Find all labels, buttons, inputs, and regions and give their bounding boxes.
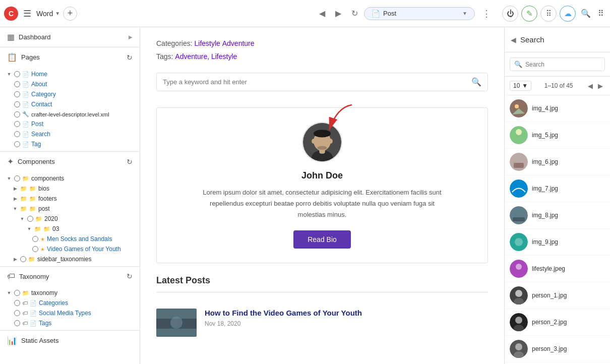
image-item-person1[interactable]: person_1.jpg [505, 282, 610, 309]
svg-point-22 [515, 238, 523, 246]
app-name-button[interactable]: Word ▼ [36, 10, 60, 18]
right-sidebar-title: Search [520, 35, 544, 44]
taxonomy-icon: 🏷 [7, 272, 15, 281]
tree-item-search[interactable]: 📄 Search [0, 129, 140, 139]
tags-prefix: Tags: [156, 52, 173, 60]
back-button[interactable]: ◀ [316, 7, 328, 20]
img8-name: img_8.jpg [532, 212, 558, 219]
tree-item-sidebar-taxonomies[interactable]: ▶ 📁 sidebar_taxonomies [0, 254, 140, 264]
search-label: Search [31, 131, 50, 138]
more-options-icon[interactable]: ⋮ [478, 6, 495, 21]
taxonomy-circle-icon [14, 290, 20, 296]
image-item-img7[interactable]: img_7.jpg [505, 175, 610, 202]
tree-item-components-folder[interactable]: ▼ 📁 components [0, 173, 140, 184]
category-label: Category [31, 91, 56, 98]
image-item-img6[interactable]: img_6.jpg [505, 149, 610, 175]
post-folder-expand-icon: ▼ [12, 206, 18, 212]
image-item-person3[interactable]: person_3.jpg [505, 336, 610, 362]
tree-item-categories[interactable]: 🏷 📄 Categories [0, 298, 140, 308]
url-bar[interactable]: 📄 Post ▼ [364, 7, 475, 20]
static-assets-section-header[interactable]: 📊 Static Assets [0, 331, 140, 350]
image-list: img_4.jpg img_5.jpg img_6.jpg [505, 95, 610, 364]
components-label: Components [18, 158, 55, 165]
tree-item-tag[interactable]: 📄 Tag [0, 139, 140, 149]
nav-controls: ◀ ▶ ↻ [316, 7, 361, 20]
right-sidebar-search-input[interactable] [525, 61, 601, 68]
tags-page-icon: 📄 [30, 320, 37, 327]
footers-inner-icon: 📁 [29, 196, 36, 202]
prev-page-button[interactable]: ◀ [586, 81, 595, 91]
categories-tag-icon: 🏷 [22, 300, 28, 306]
image-item-img8[interactable]: img_8.jpg [505, 202, 610, 229]
url-page-icon: 📄 [372, 10, 380, 18]
cloud-button[interactable]: ☁ [560, 6, 576, 22]
grid-button[interactable]: ⠿ [540, 6, 557, 22]
power-button[interactable]: ⏻ [502, 6, 518, 22]
pagination-arrows: ◀ ▶ [586, 81, 605, 91]
taxonomy-section-header[interactable]: 🏷 Taxonomy ↻ [0, 267, 140, 286]
add-tab-button[interactable]: + [63, 7, 77, 21]
tree-item-footers[interactable]: ▶ 📁 📁 footers [0, 194, 140, 204]
grid-icon: ⠿ [546, 9, 552, 18]
tree-item-home[interactable]: ▼ 📄 Home [0, 69, 140, 79]
tree-item-tags[interactable]: 🏷 📄 Tags [0, 318, 140, 328]
category-adventure-link[interactable]: Adventure [222, 39, 255, 47]
app-logo: C [4, 7, 18, 21]
topbar-search-button[interactable]: 🔍 [579, 7, 593, 20]
tree-item-contact[interactable]: 📄 Contact [0, 99, 140, 109]
crafter-descriptor-label: crafter-level-descriptor.level.xml [31, 111, 109, 117]
image-item-img5[interactable]: img_5.jpg [505, 122, 610, 149]
taxonomy-refresh-icon[interactable]: ↻ [127, 272, 133, 280]
post-title[interactable]: How to Find the Video Games of Your Yout… [205, 309, 488, 317]
read-bio-button[interactable]: Read Bio [293, 230, 351, 249]
tree-item-post[interactable]: 📄 Post [0, 119, 140, 129]
tree-item-category[interactable]: 📄 Category [0, 89, 140, 99]
page-size-dropdown[interactable]: 10 ▼ [510, 81, 531, 91]
tree-item-taxonomy-folder[interactable]: ▼ 📁 taxonomy [0, 288, 140, 298]
social-media-label: Social Media Types [39, 310, 91, 317]
tree-item-video-games[interactable]: ★ Video Games of Your Youth [0, 244, 140, 254]
tree-item-2020[interactable]: ▼ 📁 2020 [0, 214, 140, 224]
svg-rect-17 [514, 163, 524, 168]
menu-icon[interactable]: ☰ [21, 6, 33, 21]
tree-item-crafter-descriptor[interactable]: 🔧 crafter-level-descriptor.level.xml [0, 109, 140, 119]
components-icon: ✦ [7, 157, 14, 166]
tree-item-post-folder[interactable]: ▼ 📁 📁 post [0, 204, 140, 214]
next-page-button[interactable]: ▶ [596, 81, 605, 91]
image-item-img4[interactable]: img_4.jpg [505, 95, 610, 122]
tree-item-03[interactable]: ▼ 📁 📁 03 [0, 224, 140, 234]
image-item-person2[interactable]: person_2.jpg [505, 309, 610, 336]
video-games-star-icon: ★ [40, 247, 45, 252]
forward-button[interactable]: ▶ [332, 7, 344, 20]
tree-item-men-socks[interactable]: ★ Men Socks and Sandals [0, 234, 140, 244]
pages-refresh-icon[interactable]: ↻ [127, 53, 133, 62]
tag-adventure-link[interactable]: Adventure, [175, 52, 209, 60]
dashboard-label: Dashboard [19, 33, 51, 41]
tag-lifestyle-link[interactable]: Lifestyle [211, 52, 237, 60]
apps-icon[interactable]: ⠿ [596, 7, 606, 20]
svg-point-32 [515, 343, 522, 350]
tree-item-social-media-types[interactable]: 🏷 📄 Social Media Types [0, 308, 140, 318]
edit-button[interactable]: ✎ [521, 6, 537, 22]
components-section-header[interactable]: ✦ Components ↻ [0, 152, 140, 171]
components-refresh-icon[interactable]: ↻ [127, 158, 133, 166]
pages-section-header[interactable]: 📋 Pages ↻ [0, 47, 140, 67]
tag-page-icon: 📄 [22, 141, 29, 148]
cloud-icon: ☁ [564, 9, 572, 18]
category-lifestyle-link[interactable]: Lifestyle [194, 39, 220, 47]
reload-button[interactable]: ↻ [348, 7, 361, 20]
dashboard-section-header[interactable]: ▦ Dashboard ▶ [0, 27, 140, 47]
svg-point-8 [329, 139, 333, 144]
image-item-img9[interactable]: img_9.jpg [505, 229, 610, 256]
tree-item-about[interactable]: 📄 About [0, 79, 140, 89]
person2-name: person_2.jpg [532, 319, 567, 326]
men-socks-star-icon: ★ [40, 236, 45, 242]
tree-item-bios[interactable]: ▶ 📁 📁 bios [0, 184, 140, 194]
keyword-search-icon[interactable]: 🔍 [471, 77, 481, 87]
right-sidebar-collapse-icon[interactable]: ◀ [511, 36, 516, 44]
image-item-lifestyle[interactable]: lifestyle.jpeg [505, 256, 610, 282]
img6-name: img_6.jpg [532, 158, 558, 165]
components-folder-label: components [31, 175, 64, 182]
keyword-search-input[interactable] [163, 78, 467, 86]
bios-inner-icon: 📁 [29, 186, 36, 192]
